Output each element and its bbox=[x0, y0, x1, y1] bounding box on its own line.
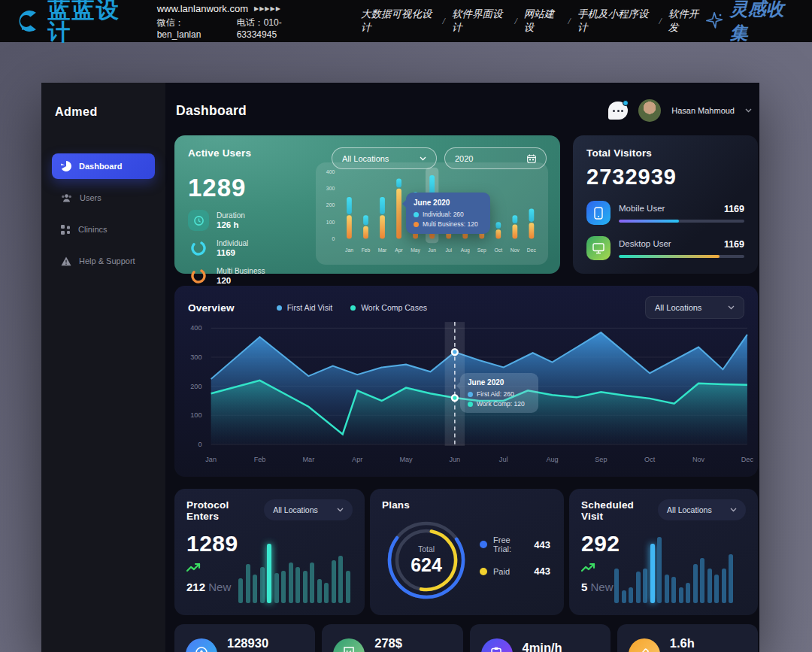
mini-bar bbox=[679, 587, 683, 603]
svg-text:Sep: Sep bbox=[595, 455, 607, 462]
protocol-location-dropdown[interactable]: All Locations bbox=[264, 499, 353, 520]
sidebar-item-clinics[interactable]: Clinincs bbox=[52, 217, 155, 242]
desktop-user-row: Desktop User 1169 bbox=[586, 236, 744, 260]
multi-business-ring-icon bbox=[188, 265, 209, 287]
pie-chart-icon bbox=[61, 161, 71, 171]
svg-text:Mar: Mar bbox=[302, 455, 314, 462]
desktop-monitor-icon bbox=[586, 236, 611, 260]
mini-bar bbox=[657, 537, 662, 603]
total-visitors-value: 2732939 bbox=[586, 165, 744, 190]
mini-bar bbox=[260, 567, 265, 604]
messages-icon[interactable] bbox=[608, 102, 628, 120]
inspiration-collect-link[interactable]: 灵感收集 bbox=[705, 0, 797, 45]
multi-business-dot bbox=[414, 222, 419, 227]
nav-item-bigdata[interactable]: 大数据可视化设计 bbox=[361, 8, 435, 35]
receipt-icon bbox=[333, 638, 365, 652]
mini-bar bbox=[267, 544, 271, 603]
nav-item-software-ui[interactable]: 软件界面设计 bbox=[452, 8, 508, 35]
individual-ring-icon bbox=[188, 238, 209, 259]
individual-dot bbox=[414, 212, 419, 217]
svg-text:400: 400 bbox=[190, 324, 201, 332]
phone-label: 电话：010-63334945 bbox=[237, 17, 316, 40]
svg-text:Jul: Jul bbox=[445, 247, 452, 253]
mini-bar bbox=[310, 563, 314, 603]
mini-bar bbox=[629, 587, 633, 603]
mini-bar bbox=[289, 563, 293, 603]
mini-bar bbox=[622, 590, 626, 603]
plans-title: Plans bbox=[382, 499, 552, 511]
mini-bar bbox=[238, 578, 243, 603]
svg-text:May: May bbox=[399, 455, 413, 462]
protocol-delta: 212 bbox=[186, 581, 205, 593]
clinic-building-icon bbox=[186, 638, 217, 652]
mini-bar bbox=[303, 571, 308, 603]
lanlan-logo-icon bbox=[15, 8, 41, 35]
plans-donut-chart[interactable]: Total 624 bbox=[382, 516, 471, 605]
svg-text:Oct: Oct bbox=[644, 455, 656, 462]
svg-text:Feb: Feb bbox=[254, 455, 266, 462]
work-comp-dot bbox=[468, 402, 473, 407]
mini-bar bbox=[693, 564, 698, 603]
logo-text: 蓝蓝设计 bbox=[48, 0, 138, 44]
svg-text:Aug: Aug bbox=[546, 455, 558, 462]
sidebar-item-users[interactable]: Users bbox=[52, 185, 155, 211]
svg-text:300: 300 bbox=[326, 186, 335, 191]
active-users-card: Active Users All Locations 2020 bbox=[174, 135, 560, 274]
mini-bar bbox=[246, 564, 250, 603]
active-users-title: Active Users bbox=[188, 147, 251, 159]
user-name: Hasan Mahmoud bbox=[671, 106, 735, 115]
chevron-down-icon[interactable] bbox=[745, 108, 752, 113]
avatar[interactable] bbox=[638, 99, 661, 122]
pencil-icon bbox=[629, 638, 660, 652]
mini-bar bbox=[643, 569, 647, 603]
overview-location-dropdown[interactable]: All Locations bbox=[645, 296, 744, 319]
sidebar-item-help-support[interactable]: Help & Support bbox=[52, 248, 155, 274]
nav-item-website[interactable]: 网站建设 bbox=[524, 8, 562, 35]
mobile-progress-fill bbox=[619, 220, 679, 223]
main-content: Dashboard Hasan Mahmoud Active Users bbox=[165, 83, 759, 652]
mini-bar bbox=[714, 575, 719, 603]
chevron-down-icon bbox=[337, 508, 344, 512]
page-title: Dashboard bbox=[176, 103, 247, 119]
nav-item-mobile[interactable]: 手机及小程序设计 bbox=[577, 8, 652, 35]
site-url[interactable]: www.lanlanwork.com bbox=[157, 3, 248, 14]
desktop-progress-fill bbox=[619, 255, 720, 258]
clipboard-clock-icon bbox=[481, 638, 513, 652]
arrows-decoration: ▶▶▶▶▶ bbox=[254, 5, 281, 12]
sidebar: Admed Dashboard Users bbox=[41, 83, 165, 652]
top-banner: 蓝蓝设计 www.lanlanwork.com ▶▶▶▶▶ 微信：ben_lan… bbox=[0, 0, 812, 42]
app-brand: Admed bbox=[55, 105, 155, 119]
notification-dot bbox=[623, 100, 629, 106]
nav-item-dev[interactable]: 软件开发 bbox=[668, 8, 706, 35]
chevron-down-icon bbox=[420, 156, 426, 161]
sidebar-item-label: Users bbox=[80, 193, 102, 202]
mini-bar bbox=[253, 575, 257, 603]
sidebar-item-dashboard[interactable]: Dashboard bbox=[52, 153, 155, 179]
overview-tooltip: June 2020 First Aid: 260 Work Comp: 120 bbox=[460, 373, 538, 413]
overview-title: Overview bbox=[188, 302, 235, 314]
clinics-upload-stat-card: 128930 No. of Clinics who upload bbox=[174, 624, 315, 652]
scheduled-location-dropdown[interactable]: All Locations bbox=[658, 499, 746, 520]
protocol-enters-card: Protocol Enters All Locations 1289 212 N… bbox=[174, 489, 365, 615]
total-visitors-card: Total Visitors 2732939 Mobile User 1169 bbox=[573, 135, 758, 274]
svg-text:100: 100 bbox=[190, 411, 201, 419]
free-trial-dot bbox=[480, 541, 487, 548]
document-time-stat-card: 1.6h Document resulting time bbox=[617, 624, 758, 652]
mini-bar bbox=[324, 583, 329, 603]
svg-text:0: 0 bbox=[198, 441, 201, 448]
chevron-down-icon bbox=[728, 305, 735, 310]
plans-total-label: Total bbox=[418, 544, 435, 553]
individual-stat: Individual 1169 bbox=[188, 238, 323, 259]
scheduled-mini-bar-chart[interactable] bbox=[614, 534, 746, 603]
svg-text:Jan: Jan bbox=[205, 455, 217, 462]
work-comp-legend-dot bbox=[350, 305, 356, 311]
banner-nav: 大数据可视化设计/ 软件界面设计/ 网站建设/ 手机及小程序设计/ 软件开发 bbox=[361, 8, 705, 35]
svg-text:300: 300 bbox=[190, 353, 201, 361]
contact-block: www.lanlanwork.com ▶▶▶▶▶ 微信：ben_lanlan 电… bbox=[157, 3, 316, 40]
overview-legend: First Aid Visit Work Comp Cases bbox=[277, 303, 427, 312]
mini-bar bbox=[671, 577, 676, 603]
company-logo[interactable]: 蓝蓝设计 bbox=[15, 0, 138, 44]
protocol-mini-bar-chart[interactable] bbox=[238, 534, 353, 603]
sidebar-item-label: Help & Support bbox=[79, 256, 135, 265]
scheduled-visit-card: Scheduled Visit All Locations 292 5 New bbox=[569, 489, 758, 615]
